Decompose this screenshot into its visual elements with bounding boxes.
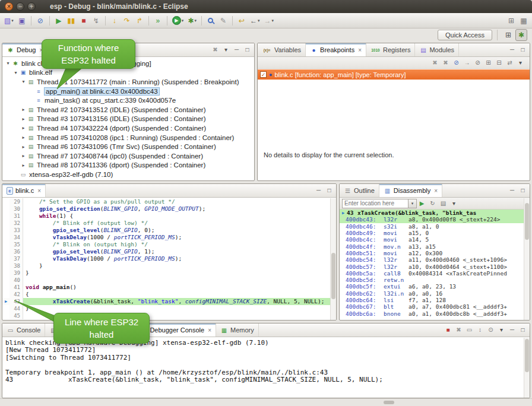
tab-breakpoints[interactable]: ●Breakpoints× <box>306 43 366 56</box>
disassembly-row[interactable]: 400dbc67:blta0, a7, 0x400dbc81 <__adddf3… <box>340 303 530 310</box>
code-line[interactable]: 44} <box>2 305 336 312</box>
pin-console-icon[interactable]: ⊙ <box>486 325 496 335</box>
disassembly-row[interactable]: 400dbc5a:call80x40084314 <xTaskCreatePin… <box>340 270 530 277</box>
open-perspective-icon[interactable]: ⊞ <box>502 29 514 41</box>
maximize-icon[interactable]: □ <box>518 325 528 335</box>
minimize-icon[interactable]: ─ <box>507 325 517 335</box>
tab-variables[interactable]: (x)=Variables <box>258 43 306 56</box>
close-icon[interactable]: × <box>434 188 438 194</box>
scrollbar-nub[interactable] <box>384 401 394 404</box>
window-minimize-button[interactable]: − <box>16 2 24 11</box>
disassembly-row[interactable]: 400dbc57:l32ra10, 0x400d0464 <_stext+110… <box>340 263 530 269</box>
refresh-icon[interactable]: ↻ <box>428 198 438 209</box>
code-editor[interactable]: 29 /* Set the GPIO as a push/pull output… <box>2 198 336 319</box>
view-menu-icon[interactable]: ▾ <box>221 45 231 55</box>
step-return-icon[interactable]: ↱ <box>134 15 145 27</box>
code-line[interactable]: 35 /* Blink on (output high) */ <box>2 241 336 248</box>
disassembly-row[interactable]: 400dbc46:s32ia8, a1, 0 <box>340 223 530 230</box>
debug-tree-row[interactable]: ▸▤Thread #7 1073408744 (ipc0) (Suspended… <box>2 151 254 161</box>
maximize-icon[interactable]: □ <box>518 185 528 196</box>
instruction-stepping-icon[interactable]: » <box>152 15 164 27</box>
disassembly-row[interactable]: 400dbc4c:movia14, 5 <box>340 236 530 243</box>
disconnect-icon[interactable]: ↯ <box>90 15 102 27</box>
minimize-icon[interactable]: ─ <box>232 45 242 55</box>
terminate-icon[interactable]: ■ <box>78 15 90 27</box>
expand-icon[interactable]: ▸ <box>20 135 27 140</box>
expand-icon[interactable]: ▸ <box>20 144 27 150</box>
open-console-icon[interactable]: ▾ <box>496 325 506 335</box>
skip-all-breakpoints-icon[interactable]: ⊘ <box>34 15 46 27</box>
location-dropdown-icon[interactable]: ▾ <box>408 199 417 208</box>
detach-toolbar-icon[interactable]: ▦ <box>518 15 530 27</box>
collapse-icon[interactable]: ▾ <box>12 70 19 75</box>
location-input[interactable] <box>342 199 408 208</box>
remove-all-terminated-icon[interactable]: ✖ <box>210 45 220 55</box>
close-icon[interactable]: × <box>208 327 211 334</box>
disassembly-row[interactable]: 400dbc5f:extuia6, a0, 23, 13 <box>340 283 530 290</box>
code-line[interactable]: 38 } <box>2 262 336 269</box>
disassembly-row[interactable]: 400dbc49:movia15, 0 <box>340 230 530 236</box>
search-icon[interactable] <box>205 15 217 27</box>
remove-launch-icon[interactable]: ✖ <box>454 325 464 335</box>
scroll-lock-icon[interactable]: ↕ <box>475 325 485 335</box>
debug-tree-row[interactable]: ≡app_main() at blink.c:43 0x400dbc43 <box>2 87 254 96</box>
debug-tree-row[interactable]: ▭xtensa-esp32-elf-gdb (7.10) <box>2 170 254 179</box>
link-with-debug-icon[interactable]: ⇄ <box>505 58 515 68</box>
expand-icon[interactable]: ▸ <box>20 107 27 112</box>
back-icon[interactable]: ←▾ <box>248 15 262 27</box>
tab-disassembly[interactable]: ▥Disassembly× <box>379 184 442 197</box>
minimize-icon[interactable]: ─ <box>314 185 324 196</box>
tab-outline[interactable]: ☰Outline <box>340 184 379 197</box>
save-icon[interactable]: ▣ <box>16 15 28 27</box>
debug-tree-row[interactable]: ▸▤Thread #8 1073411336 (dport) (Suspende… <box>2 161 254 170</box>
goto-pc-icon[interactable]: ▶ <box>417 198 427 209</box>
tab-modules[interactable]: ▤Modules <box>415 43 459 56</box>
close-icon[interactable]: × <box>37 188 41 194</box>
suspend-icon[interactable]: ▮▮ <box>65 15 77 27</box>
code-line[interactable]: 30 gpio_set_direction(BLINK_GPIO, GPIO_M… <box>2 205 336 212</box>
code-line[interactable]: 45 <box>2 312 336 319</box>
terminate-console-icon[interactable]: ■ <box>443 325 453 335</box>
tab-blink-c[interactable]: cblink.c× <box>2 184 46 197</box>
expand-icon[interactable]: ▸ <box>20 116 27 122</box>
mark-occurrences-icon[interactable]: ✎ <box>217 15 229 27</box>
breakpoint-row[interactable]: ✓ ● blink.c [function: app_main] [type: … <box>258 69 530 80</box>
scrollbar-thumb[interactable] <box>331 253 335 299</box>
maximize-icon[interactable]: □ <box>518 45 528 55</box>
disassembly-row[interactable]: 400dbc64:lsif7, a1, 128 <box>340 297 530 303</box>
tab-registers[interactable]: 1010Registers <box>366 43 415 56</box>
scrollbar-thumb[interactable] <box>525 339 529 372</box>
skip-all-breakpoints-icon[interactable]: ⊘ <box>473 58 483 68</box>
minimize-icon[interactable]: ─ <box>507 185 517 196</box>
collapse-all-icon[interactable]: ⊟ <box>494 58 504 68</box>
disassembly-row[interactable]: ▶43xTaskCreate(&blink_task, "blink_tas <box>340 210 530 216</box>
code-line[interactable]: 29 /* Set the GPIO as a push/pull output… <box>2 198 336 205</box>
tab-debug[interactable]: ✱Debug× <box>2 43 48 56</box>
disassembly-row[interactable]: 400dbc6a:bnonea0, a1, 0x400dbc8b <__addd… <box>340 310 530 316</box>
debug-icon[interactable]: ✱▾ <box>186 15 198 27</box>
disassembly-row[interactable]: 400dbc4f:mov.na13, a15 <box>340 243 530 249</box>
debug-tree-row[interactable]: ▸▤Thread #6 1073431096 (Tmr Svc) (Suspen… <box>2 142 254 151</box>
disassembly-row[interactable]: 400dbc54:l32ra11, 0x400d0460 <_stext+109… <box>340 256 530 263</box>
debug-tree-row[interactable]: ▸▤Thread #4 1073432224 (dport) (Suspende… <box>2 123 254 133</box>
debug-tree-row[interactable]: ▸▤Thread #2 1073413512 (IDLE) (Suspended… <box>2 105 254 115</box>
code-line[interactable]: 36 gpio_set_level(BLINK_GPIO, 1); <box>2 248 336 255</box>
disassembly-row[interactable]: 400dbc5d:retw.n <box>340 277 530 283</box>
code-line[interactable]: ▶43 xTaskCreate(&blink_task, "blink_task… <box>2 298 336 305</box>
show-source-icon[interactable]: ▤ <box>438 198 448 209</box>
debug-tree-row[interactable]: ▸▤Thread #3 1073413156 (IDLE) (Suspended… <box>2 115 254 124</box>
remove-breakpoint-icon[interactable]: ✖ <box>430 58 440 68</box>
debug-perspective-icon[interactable]: ✱ <box>515 29 527 41</box>
maximize-icon[interactable]: □ <box>324 185 334 196</box>
console-scrollbar[interactable] <box>524 338 530 398</box>
run-icon[interactable]: ▶▾ <box>170 15 186 27</box>
debug-tree-row[interactable]: ▾▣blink.elf <box>2 68 254 78</box>
collapse-icon[interactable]: ▾ <box>20 79 27 84</box>
code-line[interactable]: 40 <box>2 277 336 284</box>
breakpoint-checkbox[interactable]: ✓ <box>260 71 267 78</box>
close-icon[interactable]: × <box>358 47 362 53</box>
window-maximize-button[interactable]: + <box>27 2 36 11</box>
code-line[interactable]: 37 vTaskDelay(1000 / portTICK_PERIOD_MS)… <box>2 255 336 262</box>
code-line[interactable]: 32 /* Blink off (output low) */ <box>2 220 336 227</box>
last-edit-location-icon[interactable]: ↩ <box>236 15 248 27</box>
